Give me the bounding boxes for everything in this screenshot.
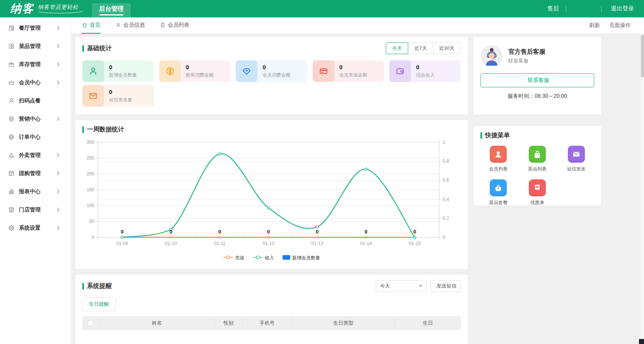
system-reminder-title: 系统提醒 bbox=[82, 282, 112, 290]
quick-menu-item-dish-list[interactable]: 菜品列表 bbox=[528, 146, 547, 172]
column-header: 生日 bbox=[395, 316, 461, 330]
sidebar-item-label: 外卖管理 bbox=[19, 152, 55, 159]
total-income-icon bbox=[389, 60, 411, 82]
reminder-table-header-row: 姓名性别手机号生日类型生日 bbox=[82, 316, 461, 330]
quick-menu-item-sms-send[interactable]: 短信发送 bbox=[567, 146, 586, 172]
sms-send-icon bbox=[568, 146, 585, 163]
stat-card-sms-count: 0短信发送量 bbox=[82, 85, 154, 107]
legend-label: 充值 bbox=[235, 255, 244, 261]
legend-item-line-recharge[interactable]: 充值 bbox=[223, 255, 244, 261]
takeout-icon bbox=[8, 152, 15, 159]
service-time: 服务时间：08:30～20:00 bbox=[480, 93, 594, 100]
stat-value: 0 bbox=[339, 64, 367, 71]
stat-value: 0 bbox=[109, 89, 132, 95]
stat-label: 散客消费金额 bbox=[186, 72, 214, 78]
svg-text:01-13: 01-13 bbox=[311, 241, 323, 246]
legend-item-bar-members[interactable]: 新增会员数量 bbox=[283, 255, 320, 261]
sidebar-item-restaurant[interactable]: 餐厅管理 bbox=[0, 19, 71, 37]
stat-value: 0 bbox=[262, 64, 290, 71]
system-reminder-card: 系统提醒 今天 发送短信 生日提醒 姓名性别手机号生日类型生日 bbox=[75, 275, 468, 344]
svg-text:300: 300 bbox=[87, 140, 94, 145]
stat-label: 会员充值金额 bbox=[339, 72, 367, 78]
logout-button[interactable]: 退出登录 bbox=[608, 5, 634, 12]
logo-text: 纳客 bbox=[10, 1, 34, 17]
report-icon bbox=[8, 188, 15, 195]
vertical-scrollbar bbox=[640, 34, 644, 344]
sidebar-item-groupbuy[interactable]: 团购管理 bbox=[0, 164, 71, 182]
store-icon bbox=[8, 206, 15, 213]
slogan-swoosh bbox=[38, 11, 83, 14]
coupon-icon bbox=[529, 179, 546, 196]
quick-menu-label: 优惠券 bbox=[530, 199, 544, 206]
sidebar-item-label: 门店管理 bbox=[19, 206, 55, 213]
service-title: 官方售后客服 bbox=[508, 48, 545, 56]
legend-item-line-income[interactable]: 收入 bbox=[253, 255, 274, 261]
quick-menu-item-coupon[interactable]: 优惠券 bbox=[529, 179, 546, 206]
quick-menu-title: 快捷菜单 bbox=[480, 131, 594, 140]
sidebar-item-dishes[interactable]: 菜品管理 bbox=[0, 37, 71, 55]
sidebar-item-label: 报表中心 bbox=[19, 188, 55, 195]
aftersale-button[interactable]: 售后 bbox=[545, 5, 559, 12]
quick-menu-item-member-list[interactable]: 会员列表 bbox=[489, 146, 508, 172]
page-actions-button[interactable]: 页面操作 bbox=[608, 22, 631, 29]
chevron-right-icon bbox=[55, 43, 62, 50]
column-header: 生日类型 bbox=[292, 316, 395, 330]
sidebar-item-store[interactable]: 门店管理 bbox=[0, 201, 71, 219]
sidebar-menu: 餐厅管理菜品管理库存管理会员中心扫码点餐营销中心订单中心外卖管理团购管理报表中心… bbox=[0, 19, 71, 237]
range-button-today[interactable]: 今天 bbox=[386, 43, 408, 54]
stat-label: 新增会员数量 bbox=[109, 72, 137, 78]
chevron-right-icon bbox=[55, 152, 62, 159]
scrollbar-thumb[interactable] bbox=[641, 35, 644, 77]
sidebar-item-report[interactable]: 报表中心 bbox=[0, 182, 71, 201]
range-button-30days[interactable]: 近30天 bbox=[433, 43, 461, 54]
legend-line-swatch bbox=[253, 255, 263, 261]
svg-text:0: 0 bbox=[218, 229, 221, 235]
tabbar-actions: 刷新 页面操作 bbox=[588, 22, 639, 29]
chevron-right-icon bbox=[55, 115, 62, 123]
sidebar-item-inventory[interactable]: 库存管理 bbox=[0, 55, 71, 73]
chevron-right-icon bbox=[55, 206, 62, 213]
sidebar-item-scan-order[interactable]: 扫码点餐 bbox=[0, 92, 71, 110]
chevron-right-icon bbox=[55, 224, 62, 232]
legend-bar-swatch bbox=[283, 255, 290, 261]
legend-label: 新增会员数量 bbox=[292, 255, 320, 261]
sidebar-item-takeout[interactable]: 外卖管理 bbox=[0, 146, 71, 164]
birthday-reminder-tab[interactable]: 生日提醒 bbox=[82, 297, 116, 311]
send-sms-button[interactable]: 发送短信 bbox=[431, 280, 461, 292]
svg-text:50: 50 bbox=[89, 219, 95, 224]
sidebar-item-label: 菜品管理 bbox=[19, 43, 55, 50]
send-sms-label: 发送短信 bbox=[436, 283, 457, 290]
refresh-label: 刷新 bbox=[589, 22, 600, 29]
dish-list-icon bbox=[529, 146, 546, 163]
tab-label: 会员信息 bbox=[123, 22, 145, 29]
slogan-text: 纳客管店更轻松 bbox=[38, 4, 83, 11]
admin-nav-tab[interactable]: 后台管理 bbox=[92, 3, 131, 17]
svg-text:0: 0 bbox=[413, 229, 416, 235]
sidebar: 餐厅管理菜品管理库存管理会员中心扫码点餐营销中心订单中心外卖管理团购管理报表中心… bbox=[0, 17, 72, 344]
range-button-7days[interactable]: 近7天 bbox=[408, 43, 433, 54]
sidebar-item-member[interactable]: 会员中心 bbox=[0, 73, 71, 92]
tab-list[interactable]: 会员列表 bbox=[160, 17, 189, 34]
svg-text:01-14: 01-14 bbox=[360, 241, 372, 246]
quick-menu-item-dish-combo[interactable]: 菜品套餐 bbox=[489, 179, 508, 206]
tab-user[interactable]: 会员信息 bbox=[115, 17, 145, 34]
svg-text:1: 1 bbox=[443, 140, 445, 145]
reminder-range-select[interactable]: 今天 bbox=[376, 280, 427, 292]
sidebar-item-order[interactable]: 订单中心 bbox=[0, 128, 71, 146]
member-count-icon bbox=[82, 60, 104, 82]
top-header: 纳客 纳客管店更轻松 后台管理 售后 退出登录 bbox=[0, 0, 644, 17]
home-icon bbox=[82, 22, 88, 28]
contact-service-button[interactable]: 联系客服 bbox=[480, 73, 594, 87]
sidebar-item-settings[interactable]: 系统设置 bbox=[0, 219, 71, 237]
svg-text:0: 0 bbox=[121, 229, 123, 235]
column-header: 性别 bbox=[215, 316, 242, 330]
tab-home[interactable]: 首页 bbox=[82, 17, 101, 34]
tab-label: 首页 bbox=[90, 22, 101, 29]
refresh-button[interactable]: 刷新 bbox=[588, 22, 600, 29]
select-all-checkbox[interactable] bbox=[88, 320, 94, 326]
restaurant-icon bbox=[8, 24, 15, 32]
sidebar-item-label: 订单中心 bbox=[19, 134, 66, 141]
page-actions-label: 页面操作 bbox=[609, 22, 631, 29]
sidebar-item-marketing[interactable]: 营销中心 bbox=[0, 110, 71, 128]
select-all-header-cell bbox=[82, 316, 99, 330]
